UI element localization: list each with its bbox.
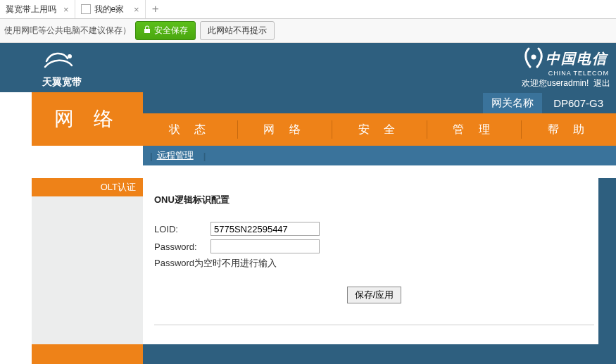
nav-security[interactable]: 安 全 — [332, 117, 427, 143]
close-icon[interactable]: × — [56, 4, 69, 15]
save-apply-button[interactable]: 保存/应用 — [347, 287, 402, 303]
right-strip — [598, 178, 616, 344]
svg-point-1 — [531, 55, 536, 60]
nav-manage[interactable]: 管 理 — [427, 117, 522, 143]
subnav-remote-manage[interactable]: 远程管理 — [157, 149, 194, 162]
password-note: Password为空时不用进行输入 — [154, 257, 594, 270]
telecom-logo: 中国电信 CHINA TELECOM — [522, 46, 609, 77]
loid-input[interactable] — [210, 222, 320, 236]
lock-icon — [143, 25, 151, 36]
nav-status[interactable]: 状 态 — [143, 117, 237, 143]
gateway-label: 网关名称 — [483, 93, 542, 113]
tab-title: 我的e家 — [94, 4, 125, 15]
dismiss-label: 此网站不再提示 — [208, 25, 267, 35]
telecom-name: 中国电信 — [546, 49, 608, 68]
telecom-icon — [522, 46, 546, 71]
secure-save-label: 安全保存 — [154, 25, 188, 37]
section-title: ONU逻辑标识配置 — [154, 194, 594, 206]
password-label: Password: — [154, 241, 210, 252]
brand-logo: 天翼宽带 — [42, 49, 82, 89]
browser-tab-strip: 翼宽带上用吗 × 我的e家 × + — [0, 0, 616, 19]
nav-help[interactable]: 帮 助 — [522, 117, 616, 143]
subnav-separator: | — [203, 151, 206, 161]
telecom-sub: CHINA TELECOM — [548, 70, 609, 77]
sidebar-item-olt-auth[interactable]: OLT认证 — [32, 178, 143, 196]
browser-tab-active[interactable]: 我的e家 × — [75, 0, 146, 18]
close-icon[interactable]: × — [127, 4, 139, 15]
welcome-prefix: 欢迎您 — [522, 78, 547, 88]
svg-point-0 — [68, 54, 72, 58]
gateway-row: 网关名称 DP607-G3 — [143, 92, 616, 113]
sidebar: OLT认证 — [32, 178, 143, 344]
loid-label: LOID: — [154, 224, 210, 234]
logout-link[interactable]: 退出 — [593, 78, 610, 88]
password-save-bar: 使用网吧等公共电脑不建议保存） 安全保存 此网站不再提示 — [0, 19, 616, 43]
sub-nav: | 远程管理 | — [143, 146, 616, 165]
tab-title: 翼宽带上用吗 — [6, 4, 56, 15]
main-content: ONU逻辑标识配置 LOID: Password: Password为空时不用进… — [143, 178, 598, 344]
brand-name: 天翼宽带 — [42, 76, 82, 89]
secure-save-button[interactable]: 安全保存 — [135, 21, 196, 40]
save-hint-text: 使用网吧等公共电脑不建议保存） — [4, 25, 131, 37]
new-tab-button[interactable]: + — [146, 0, 165, 18]
page-icon — [81, 4, 91, 14]
page-title: 网 络 — [32, 92, 143, 146]
browser-tab[interactable]: 翼宽带上用吗 × — [0, 0, 75, 18]
footer-bar — [0, 344, 616, 364]
dismiss-save-button[interactable]: 此网站不再提示 — [200, 21, 275, 40]
welcome-text: 欢迎您useradmin! 退出 — [522, 77, 610, 89]
gateway-value: DP607-G3 — [548, 94, 609, 113]
password-input[interactable] — [210, 239, 320, 253]
welcome-user: useradmin — [547, 78, 586, 88]
subnav-separator: | — [150, 151, 153, 161]
main-nav: 状 态 网 络 安 全 管 理 帮 助 — [143, 113, 616, 146]
nav-network[interactable]: 网 络 — [238, 117, 332, 143]
header: 天翼宽带 中国电信 CHINA TELECOM 欢迎您useradmin! 退出 — [0, 43, 616, 92]
divider — [154, 325, 594, 325]
